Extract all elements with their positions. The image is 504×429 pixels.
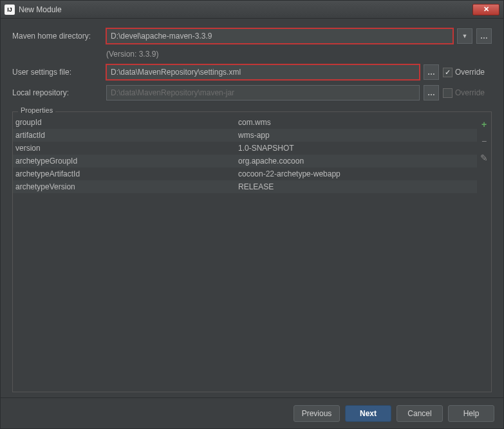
- maven-home-value: D:\devel\apache-maven-3.3.9: [111, 32, 212, 41]
- prop-value: org.apache.cocoon: [238, 157, 477, 166]
- add-property-button[interactable]: +: [478, 119, 490, 130]
- close-icon: ✕: [483, 5, 489, 14]
- prop-value: RELEASE: [238, 182, 477, 191]
- maven-home-browse-button[interactable]: …: [476, 28, 492, 44]
- next-button[interactable]: Next: [345, 405, 391, 422]
- ellipsis-icon: …: [480, 32, 488, 41]
- titlebar: IJ New Module ✕: [1, 1, 503, 19]
- table-row[interactable]: archetypeArtifactId cocoon-22-archetype-…: [13, 167, 477, 180]
- user-settings-input[interactable]: D:\data\MavenRepository\settings.xml: [106, 64, 420, 80]
- local-repo-row: Local repository: D:\data\MavenRepositor…: [12, 84, 492, 101]
- cancel-button[interactable]: Cancel: [397, 405, 443, 422]
- prop-key: groupId: [13, 118, 238, 127]
- prop-value: 1.0-SNAPSHOT: [238, 144, 477, 153]
- table-row[interactable]: artifactId wms-app: [13, 129, 477, 142]
- properties-body: groupId com.wms artifactId wms-app versi…: [13, 112, 491, 392]
- previous-button[interactable]: Previous: [294, 405, 340, 422]
- properties-table: groupId com.wms artifactId wms-app versi…: [13, 116, 477, 392]
- prop-key: archetypeGroupId: [13, 157, 238, 166]
- chevron-down-icon: ▼: [462, 33, 468, 39]
- maven-home-row: Maven home directory: D:\devel\apache-ma…: [12, 28, 492, 44]
- local-repo-browse-button[interactable]: …: [424, 85, 439, 100]
- remove-property-button[interactable]: −: [478, 135, 490, 147]
- dialog-footer: Previous Next Cancel Help: [1, 397, 503, 428]
- user-settings-override-wrap: Override: [443, 68, 492, 77]
- local-repo-override-checkbox[interactable]: [443, 88, 453, 98]
- local-repo-value: D:\data\MavenRepository\maven-jar: [111, 88, 234, 97]
- user-settings-value: D:\data\MavenRepository\settings.xml: [111, 68, 241, 77]
- properties-panel-title: Properties: [18, 106, 55, 114]
- table-row[interactable]: archetypeVersion RELEASE: [13, 180, 477, 193]
- user-settings-override-label: Override: [455, 68, 485, 77]
- table-row[interactable]: groupId com.wms: [13, 116, 477, 129]
- version-info-row: (Version: 3.3.9): [12, 48, 492, 60]
- maven-home-dropdown-button[interactable]: ▼: [457, 28, 472, 44]
- prop-key: artifactId: [13, 131, 238, 140]
- prop-value: com.wms: [238, 118, 477, 127]
- user-settings-row: User settings file: D:\data\MavenReposit…: [12, 64, 492, 81]
- ellipsis-icon: …: [427, 68, 435, 77]
- prop-key: archetypeArtifactId: [13, 169, 238, 178]
- table-row[interactable]: archetypeGroupId org.apache.cocoon: [13, 155, 477, 167]
- user-settings-label: User settings file:: [12, 68, 102, 77]
- local-repo-label: Local repository:: [12, 88, 102, 97]
- local-repo-input: D:\data\MavenRepository\maven-jar: [106, 85, 420, 100]
- prop-value: cocoon-22-archetype-webapp: [238, 169, 477, 178]
- close-button[interactable]: ✕: [472, 4, 499, 15]
- version-info-label: (Version: 3.3.9): [106, 50, 158, 59]
- edit-icon: ✎: [480, 153, 488, 163]
- prop-key: version: [13, 144, 238, 153]
- user-settings-browse-button[interactable]: …: [424, 64, 439, 80]
- help-button[interactable]: Help: [448, 405, 494, 422]
- window-title: New Module: [19, 5, 472, 14]
- user-settings-override-checkbox[interactable]: [443, 68, 453, 77]
- local-repo-override-label: Override: [455, 88, 485, 97]
- minus-icon: −: [481, 136, 487, 146]
- table-row[interactable]: version 1.0-SNAPSHOT: [13, 142, 477, 155]
- plus-icon: +: [481, 119, 487, 129]
- prop-key: archetypeVersion: [13, 182, 238, 191]
- app-icon: IJ: [5, 5, 15, 15]
- edit-property-button[interactable]: ✎: [478, 152, 490, 164]
- prop-value: wms-app: [238, 131, 477, 140]
- properties-panel: Properties groupId com.wms artifactId wm…: [12, 111, 492, 392]
- maven-home-combo[interactable]: D:\devel\apache-maven-3.3.9: [106, 28, 453, 44]
- ellipsis-icon: …: [427, 88, 435, 97]
- local-repo-override-wrap: Override: [443, 88, 492, 98]
- dialog-content: Maven home directory: D:\devel\apache-ma…: [1, 19, 503, 397]
- maven-home-label: Maven home directory:: [12, 32, 102, 41]
- properties-toolbar: + − ✎: [477, 116, 491, 392]
- dialog-window: IJ New Module ✕ Maven home directory: D:…: [0, 0, 504, 429]
